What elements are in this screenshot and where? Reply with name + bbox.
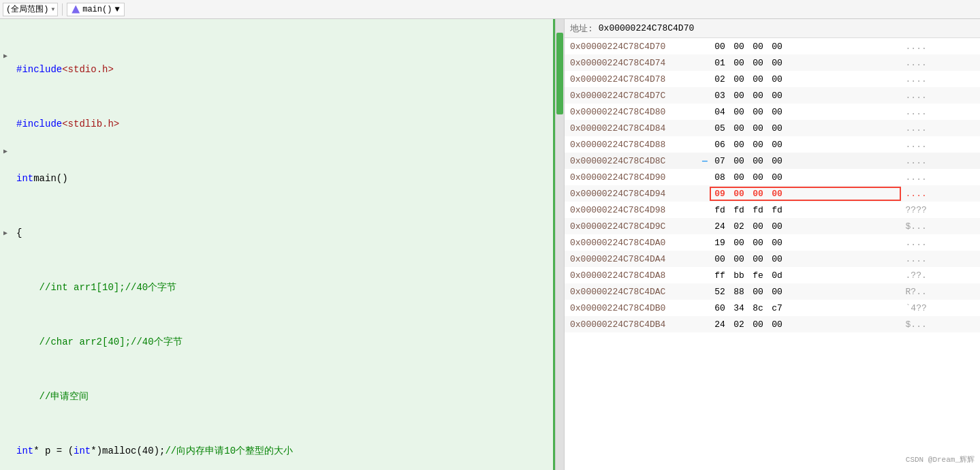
hex-group-1: 01000000 [710, 54, 900, 71]
hex-byte-9-2: 00 [748, 187, 768, 200]
memory-addr-3: 0x00000224C78C4D7C [565, 87, 701, 104]
pointer-indicator-17 [701, 316, 710, 332]
hex-group-14: ffbbfe0d [710, 267, 900, 283]
hex-group-2: 02000000 [710, 71, 900, 87]
hex-byte-10-2: fd [748, 204, 768, 217]
pointer-indicator-6 [701, 136, 710, 153]
memory-addr-6: 0x00000224C78C4D88 [565, 136, 701, 153]
indicator-9 [0, 131, 11, 144]
ascii-15: R?.. [900, 283, 980, 300]
code-area[interactable]: ▶ ▶ ▶ [0, 19, 553, 470]
hex-byte-13-0: 00 [710, 253, 729, 266]
ascii-5: .... [900, 120, 980, 136]
hex-byte-9-1: 00 [729, 187, 748, 200]
toolbar-separator-1 [62, 3, 63, 16]
hex-byte-6-0: 06 [710, 138, 729, 151]
hex-byte-4-1: 00 [729, 106, 748, 119]
ascii-11: $... [900, 218, 980, 234]
hex-byte-16-3: c7 [768, 302, 787, 315]
hex-byte-0-3: 00 [768, 40, 787, 53]
indicator-17 [0, 240, 11, 253]
hex-byte-3-1: 00 [729, 89, 748, 102]
hex-group-10: fdfdfdfd [710, 202, 900, 218]
memory-addr-17: 0x00000224C78C4DB4 [565, 316, 701, 332]
indicator-12 [0, 172, 11, 185]
pointer-indicator-11 [701, 218, 710, 234]
ascii-17: $... [900, 316, 980, 332]
memory-table-container[interactable]: 0x00000224C78C4D7000000000....0x00000224… [565, 38, 980, 470]
func-arrow: ▼ [114, 5, 119, 14]
indicator-3: ▶ [0, 49, 11, 63]
hex-byte-1-3: 00 [768, 57, 787, 69]
indicator-1 [0, 22, 11, 35]
hex-byte-5-1: 00 [729, 122, 748, 135]
scope-dropdown[interactable]: (全局范围) ▼ [3, 3, 58, 16]
memory-addr-14: 0x00000224C78C4DA8 [565, 267, 701, 283]
hex-group-16: 60348cc7 [710, 300, 900, 316]
indicator-11 [0, 158, 11, 172]
code-line-3: int main() [11, 172, 553, 185]
ascii-14: .??. [900, 267, 980, 283]
hex-group-15: 52880000 [710, 283, 900, 300]
indicator-22 [0, 308, 11, 322]
memory-addr-7: 0x00000224C78C4D8C [565, 153, 701, 169]
indicator-15 [0, 213, 11, 226]
pointer-indicator-13 [701, 251, 710, 267]
indicator-13 [0, 185, 11, 199]
ascii-7: .... [900, 153, 980, 169]
code-line-7: //申请空间 [11, 390, 553, 403]
hex-byte-0-2: 00 [748, 40, 768, 53]
hex-byte-14-1: bb [729, 269, 748, 282]
memory-addr-2: 0x00000224C78C4D78 [565, 71, 701, 87]
hex-byte-16-1: 34 [729, 302, 748, 315]
hex-byte-15-0: 52 [710, 285, 729, 298]
memory-addr-1: 0x00000224C78C4D74 [565, 54, 701, 71]
hex-byte-1-1: 00 [729, 57, 748, 69]
pointer-indicator-15 [701, 283, 710, 300]
ascii-8: .... [900, 169, 980, 185]
indicator-6 [0, 90, 11, 104]
memory-addr-10: 0x00000224C78C4D98 [565, 202, 701, 218]
pointer-indicator-7: — [701, 153, 710, 169]
indicator-20 [0, 281, 11, 294]
hex-byte-6-3: 00 [768, 138, 787, 151]
memory-panel: 地址: 0x00000224C78C4D70 0x00000224C78C4D7… [565, 19, 980, 470]
pointer-indicator-12 [701, 234, 710, 251]
code-line-5: //int arr1[10];//40个字节 [11, 281, 553, 294]
memory-addr-11: 0x00000224C78C4D9C [565, 218, 701, 234]
ascii-4: .... [900, 104, 980, 120]
hex-byte-2-1: 00 [729, 73, 748, 86]
hex-byte-4-3: 00 [768, 106, 787, 119]
indicator-7 [0, 104, 11, 117]
scroll-divider[interactable] [555, 19, 565, 470]
hex-byte-1-0: 01 [710, 57, 729, 69]
ascii-1: .... [900, 54, 980, 71]
indicator-8 [0, 117, 11, 131]
toolbar: (全局范围) ▼ main() ▼ [0, 0, 980, 19]
hex-byte-10-0: fd [710, 204, 729, 217]
memory-header: 地址: 0x00000224C78C4D70 [565, 19, 980, 38]
pointer-indicator-2 [701, 71, 710, 87]
hex-byte-2-2: 00 [748, 73, 768, 86]
hex-group-6: 06000000 [710, 136, 900, 153]
memory-table: 0x00000224C78C4D7000000000....0x00000224… [565, 38, 980, 332]
code-line-1: #include <stdio.h> [11, 63, 553, 76]
pointer-indicator-9 [701, 185, 710, 202]
hex-byte-8-0: 08 [710, 171, 729, 184]
indicator-18 [0, 253, 11, 267]
hex-byte-7-1: 00 [729, 155, 748, 168]
hex-byte-0-1: 00 [729, 40, 748, 53]
memory-addr-0: 0x00000224C78C4D70 [565, 38, 701, 54]
memory-addr-13: 0x00000224C78C4DA4 [565, 251, 701, 267]
hex-byte-15-3: 00 [768, 285, 787, 298]
pointer-indicator-10 [701, 202, 710, 218]
ascii-2: .... [900, 71, 980, 87]
hex-byte-12-0: 19 [710, 236, 729, 249]
code-line-6: //char arr2[40];//40个字节 [11, 335, 553, 349]
hex-byte-14-3: 0d [768, 269, 787, 282]
memory-addr-8: 0x00000224C78C4D90 [565, 169, 701, 185]
hex-byte-6-1: 00 [729, 138, 748, 151]
code-content[interactable]: #include <stdio.h> #include <stdlib.h> i… [11, 19, 553, 470]
func-dropdown[interactable]: main() ▼ [67, 3, 124, 16]
hex-byte-8-1: 00 [729, 171, 748, 184]
